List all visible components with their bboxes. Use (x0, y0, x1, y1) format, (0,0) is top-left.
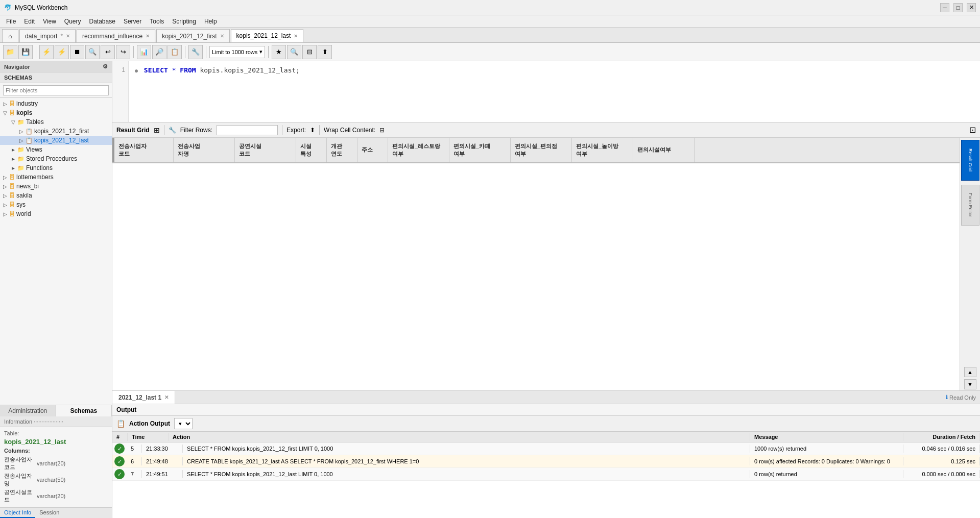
tree-arrow-icon: ▽ (2, 110, 8, 116)
menu-query[interactable]: Query (60, 17, 85, 26)
main-area: Navigator ⚙ SCHEMAS ▷ 🗄 industry ▽ 🗄 kop… (0, 61, 980, 518)
magnify-button[interactable]: 🔍 (287, 45, 301, 59)
col-header-3: 시설특성 (296, 138, 327, 162)
row-duration: 0.125 sec (903, 457, 980, 465)
col-header-7: 편의시설_카페여부 (449, 138, 511, 162)
menu-view[interactable]: View (39, 17, 60, 26)
tree-item-table-first[interactable]: ▷ 📋 kopis_2021_12_first (0, 127, 112, 136)
toolbar-separator-3 (185, 46, 185, 58)
session-tab[interactable]: Session (35, 508, 63, 518)
toolbar-sep3 (319, 125, 320, 135)
tab-kopis-first[interactable]: kopis_2021_12_first ✕ (156, 29, 229, 42)
tab-recommand-influence[interactable]: recommand_influence ✕ (77, 29, 155, 42)
info-table-name: kopis_2021_12_last (4, 438, 108, 446)
scroll-down-button[interactable]: ▼ (964, 379, 976, 389)
find-button[interactable]: 🔍 (85, 45, 100, 59)
output-tab-kopis-last[interactable]: 2021_12_last 1 ✕ (112, 391, 175, 404)
col-header-2: 공연시설코드 (235, 138, 296, 162)
output-tab-bar: 2021_12_last 1 ✕ ℹ Read Only (112, 391, 980, 404)
wrap-cell-icon[interactable]: ⊟ (379, 127, 385, 134)
tree-item-tables[interactable]: ▽ 📁 Tables (0, 117, 112, 127)
menu-scripting[interactable]: Scripting (168, 17, 200, 26)
schema-icon: 🗄 (9, 211, 15, 217)
tree-item-kopis[interactable]: ▽ 🗄 kopis (0, 108, 112, 117)
tree-item-sys[interactable]: ▷ 🗄 sys (0, 200, 112, 209)
scroll-up-button[interactable]: ▲ (964, 367, 976, 377)
tree-item-world[interactable]: ▷ 🗄 world (0, 209, 112, 218)
execute-selected-button[interactable]: ⚡ (55, 45, 69, 59)
filter-input[interactable] (3, 85, 109, 95)
limit-rows-select[interactable]: Limit to 1000 rows ▾ (209, 46, 265, 58)
table-icon: 📋 (26, 128, 33, 135)
star-button[interactable]: ★ (272, 45, 286, 59)
export-icon[interactable]: ⬆ (310, 127, 315, 134)
export-button[interactable]: ⬆ (318, 45, 332, 59)
menu-help[interactable]: Help (200, 17, 221, 26)
tree-item-industry[interactable]: ▷ 🗄 industry (0, 99, 112, 108)
home-tab[interactable]: ⌂ (2, 29, 18, 42)
col-header-5: 주소 (357, 138, 388, 162)
schema-button[interactable]: 📋 (168, 45, 182, 59)
undo-button[interactable]: ↩ (101, 45, 115, 59)
tree-item-news-bi[interactable]: ▷ 🗄 news_bi (0, 182, 112, 191)
menu-server[interactable]: Server (119, 17, 146, 26)
obj-session-tabs: Object Info Session (0, 507, 112, 518)
result-grid-scroll[interactable]: 전송사업자코드 전송사업자명 공연시설코드 시설특성 개관연도 주소 편의시설_… (112, 138, 960, 390)
output-table-header: # Time Action Message Duration / Fetch (112, 432, 980, 442)
close-button[interactable]: ✕ (967, 3, 976, 12)
result-grid-button[interactable]: Result Grid (961, 140, 979, 181)
close-icon[interactable]: ✕ (220, 33, 224, 39)
administration-tab[interactable]: Administration (0, 405, 56, 416)
export-label: Export: (286, 127, 306, 134)
minimize-button[interactable]: ─ (940, 3, 949, 12)
menu-database[interactable]: Database (85, 17, 119, 26)
tree-item-table-last[interactable]: ▷ 📋 kopis_2021_12_last (0, 136, 112, 145)
tab-kopis-last[interactable]: kopis_2021_12_last ✕ (231, 29, 304, 42)
folder-icon: 📁 (17, 119, 25, 126)
close-icon[interactable]: ✕ (66, 33, 70, 39)
close-icon[interactable]: ✕ (294, 33, 298, 39)
row-action: SELECT * FROM kopis.kopis_2021_12_first … (183, 445, 750, 453)
nav-settings-icon[interactable]: ⚙ (103, 63, 108, 70)
action-output-dropdown[interactable]: ▾ (174, 418, 193, 429)
grid-view-icon[interactable]: ⊡ (969, 125, 976, 135)
form-editor-button[interactable]: Form Editor (961, 185, 979, 226)
filter-rows-input[interactable] (217, 125, 278, 135)
content-area: 1 ● SELECT * FROM kopis.kopis_2021_12_la… (112, 61, 980, 518)
sql-content[interactable]: ● SELECT * FROM kopis.kopis_2021_12_last… (131, 61, 980, 80)
menu-edit[interactable]: Edit (20, 17, 39, 26)
stop-button[interactable]: ⏹ (70, 45, 84, 59)
result-grid-area: 전송사업자코드 전송사업자명 공연시설코드 시설특성 개관연도 주소 편의시설_… (112, 138, 980, 390)
tab-data-import[interactable]: data_import * ✕ (19, 29, 76, 42)
tree-item-functions[interactable]: ► 📁 Functions (0, 163, 112, 172)
inspect-button[interactable]: 🔎 (152, 45, 166, 59)
menu-tools[interactable]: Tools (146, 17, 168, 26)
close-icon[interactable]: ✕ (164, 394, 169, 400)
sql-editor[interactable]: 1 ● SELECT * FROM kopis.kopis_2021_12_la… (112, 61, 980, 122)
redo-button[interactable]: ↪ (116, 45, 130, 59)
save-button[interactable]: 💾 (18, 45, 33, 59)
close-icon[interactable]: ✕ (146, 33, 150, 39)
open-file-button[interactable]: 📁 (3, 45, 17, 59)
row-time: 21:49:51 (142, 470, 183, 478)
right-panel: Result Grid Form Editor ▲ ▼ (960, 138, 980, 390)
col-row: 전송사업자명 varchar(50) (4, 472, 108, 488)
format-button[interactable]: 🔧 (188, 45, 203, 59)
table-view-button[interactable]: ⊟ (302, 45, 317, 59)
execute-button[interactable]: ⚡ (39, 45, 54, 59)
tree-item-lottemembers[interactable]: ▷ 🗄 lottemembers (0, 172, 112, 182)
sql-keyword-select: SELECT (144, 66, 168, 74)
schema-icon: 🗄 (9, 192, 15, 199)
toolbar-sep (164, 125, 164, 135)
explain-button[interactable]: 📊 (137, 45, 151, 59)
schemas-tab[interactable]: Schemas (56, 405, 112, 416)
menu-file[interactable]: File (2, 17, 20, 26)
tree-item-sakila[interactable]: ▷ 🗄 sakila (0, 191, 112, 200)
tree-label: Stored Procedures (26, 155, 77, 162)
tree-item-views[interactable]: ► 📁 Views (0, 145, 112, 154)
object-info-tab[interactable]: Object Info (0, 508, 35, 518)
tree-item-stored-procedures[interactable]: ► 📁 Stored Procedures (0, 154, 112, 163)
output-label: Output (116, 406, 136, 413)
maximize-button[interactable]: □ (953, 3, 963, 12)
tree-label: kopis (16, 109, 32, 116)
